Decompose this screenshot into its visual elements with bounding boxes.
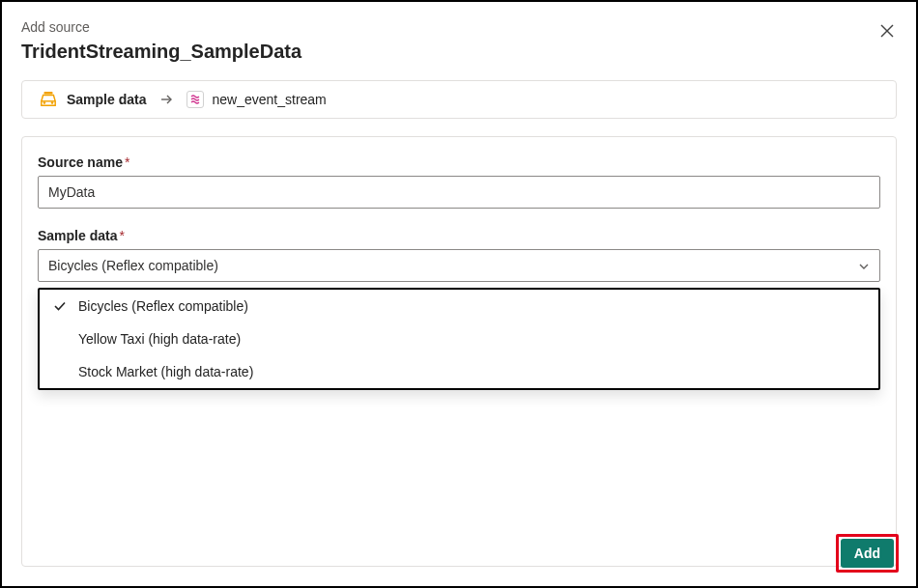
dialog-subtitle: Add source xyxy=(21,19,301,35)
close-icon xyxy=(879,27,895,42)
dropdown-option-stock-market[interactable]: Stock Market (high data-rate) xyxy=(40,355,878,388)
check-icon xyxy=(53,299,67,313)
field-source-name: Source name* xyxy=(38,154,880,209)
source-name-input[interactable] xyxy=(38,176,880,209)
sample-data-label: Sample data* xyxy=(38,228,880,243)
breadcrumb-target: new_event_stream xyxy=(186,91,326,108)
breadcrumb: Sample data new_event_stream xyxy=(21,80,897,119)
dialog-header: Add source TridentStreaming_SampleData xyxy=(21,19,897,80)
dialog-title: TridentStreaming_SampleData xyxy=(21,41,301,63)
taxi-icon xyxy=(38,91,59,108)
add-source-dialog: Add source TridentStreaming_SampleData xyxy=(2,2,916,586)
required-asterisk: * xyxy=(125,154,129,170)
source-name-label: Source name* xyxy=(38,154,880,170)
dropdown-option-bicycles[interactable]: Bicycles (Reflex compatible) xyxy=(40,290,878,322)
sample-data-select-trigger[interactable]: Bicycles (Reflex compatible) xyxy=(38,249,880,282)
form-body: Source name* Sample data* Bicycles (Refl… xyxy=(21,136,897,567)
dialog-footer: Add xyxy=(836,534,899,573)
add-button[interactable]: Add xyxy=(841,539,894,568)
close-button[interactable] xyxy=(875,19,899,45)
sample-data-dropdown: Bicycles (Reflex compatible) Yellow Taxi… xyxy=(38,288,880,390)
svg-point-3 xyxy=(43,101,46,104)
sample-data-select: Bicycles (Reflex compatible) Bicycles (R… xyxy=(38,249,880,282)
required-asterisk: * xyxy=(119,228,124,243)
svg-rect-2 xyxy=(44,92,53,95)
dropdown-option-yellow-taxi[interactable]: Yellow Taxi (high data-rate) xyxy=(40,322,878,355)
field-sample-data: Sample data* Bicycles (Reflex compatible… xyxy=(38,228,880,282)
eventstream-icon xyxy=(186,91,204,108)
chevron-down-icon xyxy=(858,260,870,271)
add-button-highlight: Add xyxy=(836,534,899,573)
breadcrumb-target-label: new_event_stream xyxy=(212,92,326,107)
sample-data-selected-value: Bicycles (Reflex compatible) xyxy=(48,258,218,273)
svg-point-4 xyxy=(51,101,54,104)
arrow-right-icon xyxy=(159,93,173,106)
breadcrumb-source: Sample data xyxy=(38,91,146,108)
breadcrumb-source-label: Sample data xyxy=(67,92,146,107)
